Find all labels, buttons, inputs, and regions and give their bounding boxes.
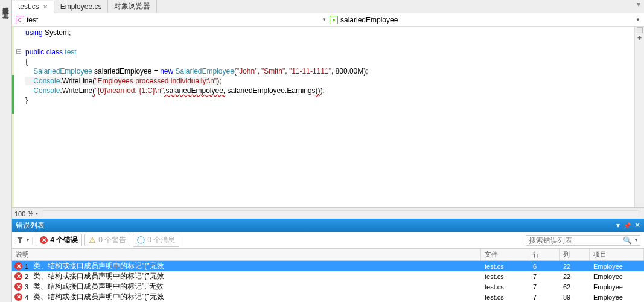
editor-status-bar: 100 % ▾ — [12, 208, 644, 219]
pin-icon[interactable]: 📌 — [623, 222, 631, 229]
error-icon: ✕ — [14, 272, 22, 280]
error-icon: ✕ — [14, 262, 22, 270]
document-tabstrip: test.cs✕ Employee.cs 对象浏览器 ▾ — [12, 0, 644, 13]
type-dropdown[interactable]: C test ▼ — [16, 16, 327, 24]
warning-icon: ⚠ — [89, 236, 96, 245]
error-icon: ✕ — [40, 236, 48, 244]
chevron-down-icon: ▼ — [322, 17, 327, 22]
error-list-toolbar: ▾ | ✕4 个错误 ⚠0 个警告 ⓘ0 个消息 🔍▾ — [12, 232, 644, 249]
tab-overflow[interactable]: ▾ — [633, 0, 644, 13]
error-row[interactable]: ✕4类、结构或接口成员声明中的标记"("无效test.cs789Employee — [12, 292, 644, 302]
errors-toggle[interactable]: ✕4 个错误 — [36, 234, 82, 246]
zoom-level[interactable]: 100 % — [14, 210, 33, 217]
error-row[interactable]: ✕1类、结构或接口成员声明中的标记"("无效test.cs622Employee — [12, 261, 644, 271]
code-text[interactable]: using System; public class test { Salari… — [23, 27, 634, 207]
search-icon[interactable]: 🔍 — [623, 236, 632, 245]
error-row[interactable]: ✕3类、结构或接口成员声明中的标记","无效test.cs762Employee — [12, 281, 644, 292]
info-icon: ⓘ — [137, 235, 145, 246]
tab-object-browser[interactable]: 对象浏览器 — [108, 0, 157, 13]
class-icon: C — [16, 16, 24, 24]
vertical-scrollbar[interactable]: + — [634, 27, 644, 207]
member-dropdown[interactable]: ● salariedEmployee ▼ — [330, 16, 640, 24]
error-row[interactable]: ✕2类、结构或接口成员声明中的标记"("无效test.cs722Employee — [12, 271, 644, 281]
error-list-titlebar[interactable]: 错误列表 ▾ 📌 ✕ — [12, 219, 644, 232]
field-icon: ● — [330, 16, 338, 24]
error-search-input[interactable] — [529, 236, 619, 245]
main-area: test.cs✕ Employee.cs 对象浏览器 ▾ C test ▼ ● … — [12, 0, 644, 302]
filter-icon[interactable] — [16, 236, 24, 245]
error-icon: ✕ — [14, 283, 22, 291]
code-editor[interactable]: ⊟ using System; public class test { Sala… — [12, 27, 644, 208]
window-menu-icon[interactable]: ▾ — [616, 221, 620, 230]
chevron-down-icon[interactable]: ▾ — [36, 211, 38, 216]
close-icon[interactable]: ✕ — [43, 4, 48, 10]
horizontal-scrollbar[interactable] — [43, 210, 639, 217]
chevron-down-icon[interactable]: ▾ — [27, 237, 29, 243]
error-list-panel: 错误列表 ▾ 📌 ✕ ▾ | ✕4 个错误 ⚠0 个警告 ⓘ0 个消息 🔍▾ 说… — [12, 219, 644, 302]
warnings-toggle[interactable]: ⚠0 个警告 — [84, 234, 130, 246]
close-icon[interactable]: ✕ — [634, 221, 640, 230]
outline-margin[interactable]: ⊟ — [14, 27, 23, 207]
expand-icon[interactable]: + — [637, 34, 642, 42]
error-list-rows: ✕1类、结构或接口成员声明中的标记"("无效test.cs622Employee… — [12, 261, 644, 302]
error-list-header[interactable]: 说明 文件 行 列 项目 — [12, 249, 644, 261]
side-rail: 服务器资源管理器 工具箱 — [0, 0, 12, 302]
messages-toggle[interactable]: ⓘ0 个消息 — [133, 234, 179, 247]
tab-employee-cs[interactable]: Employee.cs — [54, 0, 109, 13]
split-handle[interactable] — [637, 27, 643, 33]
error-icon: ✕ — [14, 293, 22, 301]
code-nav-bar: C test ▼ ● salariedEmployee ▼ — [12, 13, 644, 27]
error-search[interactable]: 🔍▾ — [526, 235, 640, 246]
chevron-down-icon: ▼ — [636, 17, 640, 22]
tab-test-cs[interactable]: test.cs✕ — [12, 1, 54, 13]
